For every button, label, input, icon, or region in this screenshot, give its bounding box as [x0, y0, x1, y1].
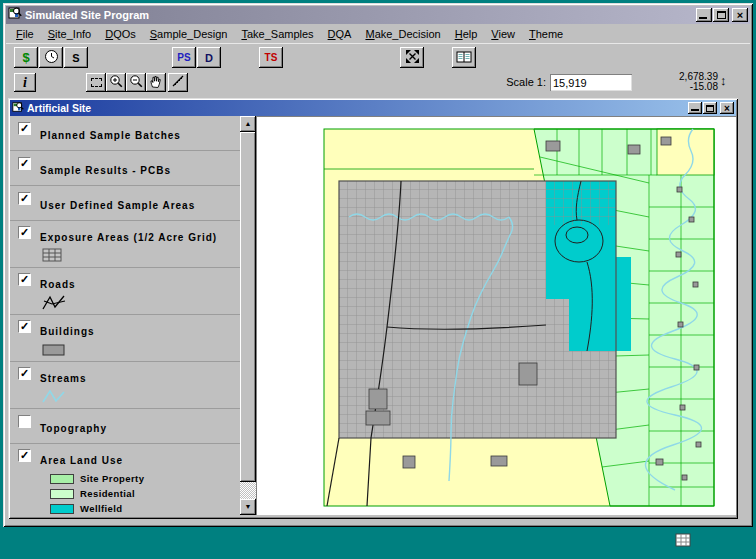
legend-panel: ✓Planned Sample Batches✓Sample Results -…: [10, 116, 256, 515]
menu-item-sample-design[interactable]: Sample_Design: [143, 26, 235, 42]
menu-item-dqa[interactable]: DQA: [321, 26, 359, 42]
expand-arrows-icon: [405, 49, 420, 66]
scroll-up-button[interactable]: ▲: [240, 116, 256, 132]
select-tool-button[interactable]: [86, 73, 106, 92]
close-button[interactable]: ×: [732, 8, 748, 22]
legend-label: Topography: [40, 423, 107, 434]
map-area[interactable]: [256, 116, 736, 515]
site-map[interactable]: [257, 117, 735, 514]
s-icon: S: [72, 52, 79, 64]
app-titlebar[interactable]: Simulated Site Program ×: [6, 6, 750, 24]
legend-list: ✓Planned Sample Batches✓Sample Results -…: [10, 116, 240, 515]
info-button[interactable]: i: [14, 73, 36, 92]
child-close-button[interactable]: ×: [720, 102, 734, 114]
ledger-button[interactable]: [452, 47, 476, 68]
legend-checkbox-topography[interactable]: [18, 415, 31, 428]
pan-button[interactable]: [146, 73, 166, 92]
menu-item-view[interactable]: View: [484, 26, 522, 42]
legend-checkbox-streams[interactable]: ✓: [18, 367, 31, 380]
app-window: Simulated Site Program × FileSite_InfoDQ…: [3, 3, 753, 527]
coordinate-readout: 2,678.39 -15.08: [644, 72, 718, 92]
client-area: Artificial Site × ✓Planned Sample Batche…: [6, 95, 750, 524]
legend-checkbox-user-defined-sample-areas[interactable]: ✓: [18, 192, 31, 205]
legend-item-streams: ✓Streams: [10, 362, 240, 409]
d-icon: D: [205, 52, 213, 64]
legend-item-exposure-areas-1-2-acre-grid: ✓Exposure Areas (1/2 Acre Grid): [10, 221, 240, 268]
legend-item-sample-results-pcbs: ✓Sample Results - PCBs: [10, 151, 240, 186]
taskbar-grid-icon[interactable]: [672, 531, 694, 549]
maximize-button[interactable]: [713, 8, 729, 22]
landuse-label: Wellfield: [80, 503, 123, 514]
s-button[interactable]: S: [64, 47, 88, 68]
legend-item-buildings: ✓Buildings: [10, 315, 240, 362]
zoom-out-icon: [129, 74, 143, 92]
legend-label: Area Land Use: [40, 455, 123, 466]
color-swatch: [50, 504, 74, 514]
coordinate-y: -15.08: [644, 82, 718, 92]
stream-legend-icon: [42, 389, 238, 404]
legend-label: Buildings: [40, 326, 95, 337]
legend-scrollbar[interactable]: ▲ ▼: [240, 116, 256, 515]
menu-item-theme[interactable]: Theme: [522, 26, 570, 42]
scale-input[interactable]: [550, 74, 632, 91]
landuse-label: Residential: [80, 488, 135, 499]
legend-checkbox-sample-results-pcbs[interactable]: ✓: [18, 157, 31, 170]
main-toolbar: $ S PS D TS: [6, 43, 750, 71]
select-rect-icon: [91, 78, 102, 87]
child-window-icon: [12, 99, 24, 117]
app-title: Simulated Site Program: [25, 9, 693, 21]
zoom-out-button[interactable]: [126, 73, 146, 92]
scroll-down-button[interactable]: ▼: [240, 499, 256, 515]
close-icon: ×: [737, 9, 743, 21]
legend-checkbox-roads[interactable]: ✓: [18, 273, 31, 286]
measure-tool-button[interactable]: [168, 73, 188, 92]
minimize-button[interactable]: [696, 8, 712, 22]
hand-icon: [149, 74, 163, 92]
desktop: { "colors":{ "desktop":"#008080", "chrom…: [0, 0, 756, 559]
legend-item-topography: Topography: [10, 409, 240, 444]
d-button[interactable]: D: [197, 47, 221, 68]
minimize-icon: [699, 17, 707, 19]
legend-checkbox-planned-sample-batches[interactable]: ✓: [18, 122, 31, 135]
menu-item-take-samples[interactable]: Take_Samples: [234, 26, 320, 42]
menu-item-site-info[interactable]: Site_Info: [41, 26, 98, 42]
legend-checkbox-area-land-use[interactable]: ✓: [18, 449, 31, 462]
budget-button[interactable]: $: [14, 47, 38, 68]
ts-button[interactable]: TS: [259, 47, 283, 68]
artificial-site-window: Artificial Site × ✓Planned Sample Batche…: [8, 98, 738, 519]
dollar-icon: $: [22, 50, 29, 65]
full-extent-button[interactable]: [400, 47, 424, 68]
legend-label: Planned Sample Batches: [40, 130, 181, 141]
ts-icon: TS: [265, 52, 278, 63]
menu-item-dqos[interactable]: DQOs: [98, 26, 143, 42]
landuse-site-property: Site Property: [50, 471, 238, 486]
scale-label: Scale 1:: [498, 76, 546, 88]
maximize-icon: [717, 11, 726, 19]
menu-item-help[interactable]: Help: [448, 26, 485, 42]
ps-button[interactable]: PS: [172, 47, 196, 68]
ledger-icon: [456, 50, 472, 66]
menu-item-make-decision[interactable]: Make_Decision: [358, 26, 447, 42]
landuse-wellfield: Wellfield: [50, 501, 238, 515]
landuse-residential: Residential: [50, 486, 238, 501]
legend-checkbox-buildings[interactable]: ✓: [18, 320, 31, 333]
menu-item-file[interactable]: File: [9, 26, 41, 42]
ruler-icon: [171, 74, 185, 92]
legend-label: User Defined Sample Areas: [40, 200, 195, 211]
legend-checkbox-exposure-areas-1-2-acre-grid[interactable]: ✓: [18, 226, 31, 239]
landuse-sub-legend: Site PropertyResidentialWellfieldIndustr…: [50, 471, 238, 515]
child-titlebar[interactable]: Artificial Site ×: [10, 100, 736, 116]
zoom-in-button[interactable]: [106, 73, 126, 92]
color-swatch: [50, 489, 74, 499]
grid-legend-icon: [42, 248, 238, 263]
app-icon: [8, 6, 22, 24]
legend-item-planned-sample-batches: ✓Planned Sample Batches: [10, 116, 240, 151]
child-maximize-button[interactable]: [703, 102, 717, 114]
scrollbar-thumb[interactable]: [240, 132, 256, 482]
time-button[interactable]: [39, 47, 63, 68]
child-minimize-button[interactable]: [688, 102, 702, 114]
child-title: Artificial Site: [27, 102, 685, 114]
legend-label: Sample Results - PCBs: [40, 165, 171, 176]
legend-item-area-land-use: ✓Area Land UseSite PropertyResidentialWe…: [10, 444, 240, 515]
legend-label: Streams: [40, 373, 86, 384]
